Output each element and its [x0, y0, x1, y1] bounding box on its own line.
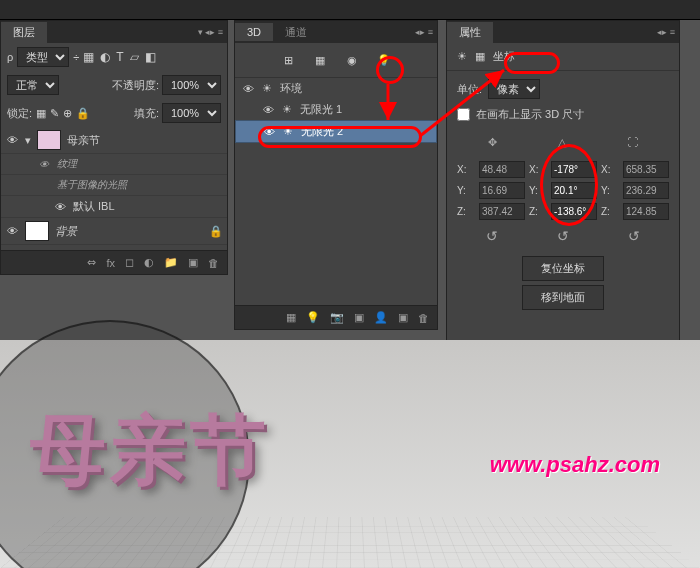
layer-name[interactable]: 背景	[55, 224, 77, 239]
render-icon[interactable]: ▣	[354, 311, 364, 324]
filter-material-icon[interactable]: ◉	[343, 51, 361, 69]
fx-icon[interactable]: fx	[106, 257, 115, 269]
fill-label: 填充:	[134, 107, 159, 119]
trash-icon[interactable]: 🗑	[418, 312, 429, 324]
filter-light-icon[interactable]: 💡	[375, 51, 393, 69]
folder-icon[interactable]: 📁	[164, 256, 178, 269]
light-icon: ☀	[283, 125, 293, 138]
units-select[interactable]: 像素	[488, 79, 540, 99]
3d-tab[interactable]: 3D	[235, 23, 273, 41]
mesh-props-icon[interactable]: ▦	[475, 50, 485, 63]
panel-menu-icon[interactable]: ◂▸ ≡	[415, 27, 433, 37]
show-3d-size-checkbox[interactable]	[457, 108, 470, 121]
watermark: www.psahz.com	[490, 452, 660, 478]
layer-name[interactable]: 母亲节	[67, 133, 100, 148]
opacity-value[interactable]: 100%	[162, 75, 221, 95]
new-layer-icon[interactable]: ▣	[188, 256, 198, 269]
image-filter-icon[interactable]: ▦	[83, 50, 94, 64]
lock-all-icon[interactable]: 🔒	[76, 107, 90, 120]
properties-panel: 属性 ◂▸ ≡ ☀ ▦ 坐标 单位: 像素 在画布上显示 3D 尺寸 ✥ △ ⛶…	[446, 20, 680, 390]
layers-panel: 图层 ▾ ◂▸ ≡ ρ 类型 ÷ ▦ ◐ T ▱ ◧ 正常 不透明度: 100%…	[0, 20, 228, 275]
type-filter-icon[interactable]: T	[116, 50, 123, 64]
3d-text-object[interactable]: 母亲节	[30, 400, 270, 503]
layer-item[interactable]: 👁 背景 🔒	[1, 218, 227, 245]
layer-item[interactable]: 👁 ▾ 母亲节	[1, 127, 227, 154]
rotate-icon[interactable]: △	[558, 136, 566, 149]
visibility-icon[interactable]: 👁	[5, 225, 19, 237]
panel-menu-icon[interactable]: ◂▸ ≡	[657, 27, 675, 37]
scl-y-label: Y:	[601, 185, 619, 196]
scl-z-input[interactable]	[623, 203, 669, 220]
scl-y-input[interactable]	[623, 182, 669, 199]
visibility-icon[interactable]: 👁	[53, 201, 67, 213]
adjust-icon[interactable]: ◐	[144, 256, 154, 269]
divider-icon: ÷	[73, 51, 79, 63]
item-label: 无限光 1	[300, 102, 342, 117]
reset-pos-icon[interactable]: ↺	[486, 228, 498, 244]
lock-pixels-icon[interactable]: ▦	[36, 107, 46, 120]
channels-tab[interactable]: 通道	[273, 22, 319, 43]
move-icon[interactable]: ✥	[488, 136, 497, 149]
pos-x-input[interactable]	[479, 161, 525, 178]
lock-position-icon[interactable]: ⊕	[63, 107, 72, 120]
rot-x-label: X:	[529, 164, 547, 175]
filter-icon[interactable]: ρ	[7, 51, 13, 63]
visibility-icon[interactable]: 👁	[264, 126, 275, 138]
rot-x-input[interactable]	[551, 161, 597, 178]
filter-mesh-icon[interactable]: ▦	[311, 51, 329, 69]
fill-value[interactable]: 100%	[162, 103, 221, 123]
light-tool-icon[interactable]: 💡	[306, 311, 320, 324]
show-3d-size-label: 在画布上显示 3D 尺寸	[476, 107, 584, 122]
smart-filter-icon[interactable]: ◧	[145, 50, 156, 64]
units-label: 单位:	[457, 82, 482, 97]
panel-menu-icon[interactable]: ▾ ◂▸ ≡	[198, 27, 223, 37]
reset-scl-icon[interactable]: ↺	[628, 228, 640, 244]
expand-icon[interactable]: ▾	[25, 134, 31, 147]
reset-rot-icon[interactable]: ↺	[557, 228, 569, 244]
trash-icon[interactable]: 🗑	[208, 257, 219, 269]
pos-y-input[interactable]	[479, 182, 525, 199]
reset-coords-button[interactable]: 复位坐标	[522, 256, 604, 281]
visibility-icon[interactable]: 👁	[5, 134, 19, 146]
visibility-icon[interactable]: 👁	[263, 104, 274, 116]
scene-light-item-selected[interactable]: 👁 ☀ 无限光 2	[235, 120, 437, 143]
layer-thumbnail[interactable]	[37, 130, 61, 150]
filter-scene-icon[interactable]: ⊞	[279, 51, 297, 69]
visibility-icon[interactable]: 👁	[37, 159, 51, 170]
new-icon[interactable]: ▣	[398, 311, 408, 324]
layers-tab[interactable]: 图层	[1, 22, 47, 43]
lock-paint-icon[interactable]: ✎	[50, 107, 59, 120]
scene-environment[interactable]: 👁 ☀ 环境	[235, 78, 437, 99]
visibility-icon[interactable]: 👁	[243, 83, 254, 95]
adjust-filter-icon[interactable]: ◐	[100, 50, 110, 64]
coordinates-grid: X: X: X: Y: Y: Y: Z: Z: Z:	[457, 161, 669, 220]
layer-item[interactable]: 👁 纹理	[1, 154, 227, 175]
pos-z-input[interactable]	[479, 203, 525, 220]
3d-viewport[interactable]: 母亲节 www.psahz.com	[0, 340, 700, 568]
properties-tab[interactable]: 属性	[447, 22, 493, 43]
camera-icon[interactable]: 📷	[330, 311, 344, 324]
scale-icon[interactable]: ⛶	[627, 136, 638, 149]
lock-icon[interactable]: 🔒	[209, 225, 223, 238]
layer-item[interactable]: 👁 默认 IBL	[1, 196, 227, 218]
layer-note: 基于图像的光照	[57, 178, 127, 192]
mask-icon[interactable]: ◻	[125, 256, 134, 269]
3d-panel: 3D 通道 ◂▸ ≡ ⊞ ▦ ◉ 💡 👁 ☀ 环境 👁 ☀ 无限光 1 👁 ☀ …	[234, 20, 438, 330]
scene-light-item[interactable]: 👁 ☀ 无限光 1	[235, 99, 437, 120]
coords-tab-btn[interactable]: 坐标	[493, 49, 515, 64]
light-props-icon[interactable]: ☀	[457, 50, 467, 63]
shape-filter-icon[interactable]: ▱	[130, 50, 139, 64]
scl-x-input[interactable]	[623, 161, 669, 178]
rot-y-input[interactable]	[551, 182, 597, 199]
person-icon[interactable]: 👤	[374, 311, 388, 324]
layer-list: 👁 ▾ 母亲节 👁 纹理 基于图像的光照 👁 默认 IBL 👁 背景 🔒	[1, 127, 227, 245]
filter-type-select[interactable]: 类型	[17, 47, 69, 67]
rot-y-label: Y:	[529, 185, 547, 196]
layer-thumbnail[interactable]	[25, 221, 49, 241]
move-to-ground-button[interactable]: 移到地面	[522, 285, 604, 310]
lock-label: 锁定:	[7, 106, 32, 121]
link-icon[interactable]: ⇔	[87, 256, 96, 269]
scene-icon[interactable]: ▦	[286, 311, 296, 324]
rot-z-input[interactable]	[551, 203, 597, 220]
blend-mode-select[interactable]: 正常	[7, 75, 59, 95]
